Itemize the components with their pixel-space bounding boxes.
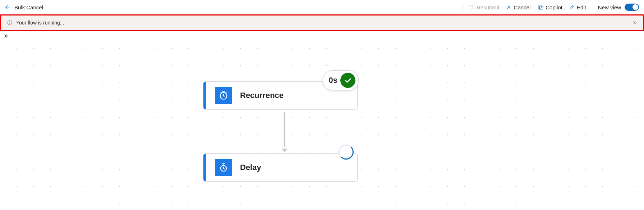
notification-bar: Your flow is running...	[1, 15, 643, 30]
copilot-button[interactable]: Copilot	[536, 3, 563, 12]
flow-canvas[interactable]: 0s Recurrence	[0, 31, 644, 210]
status-loading-icon	[339, 144, 354, 160]
node-duration: 0s	[329, 76, 337, 85]
arrow-down-icon	[280, 145, 289, 153]
refresh-icon	[469, 4, 474, 10]
flow-node-recurrence[interactable]: 0s Recurrence	[203, 81, 358, 110]
flow-connector	[280, 112, 289, 153]
delay-icon	[215, 159, 232, 176]
node-status-badge: 0s	[323, 70, 359, 90]
back-button[interactable]	[4, 4, 11, 10]
edit-button[interactable]: Edit	[568, 3, 587, 12]
new-view-control: New view	[597, 2, 640, 12]
info-icon	[7, 20, 13, 26]
toolbar-left: Bulk Cancel	[4, 4, 43, 10]
node-status-badge	[339, 144, 354, 160]
divider	[463, 4, 463, 11]
copilot-label: Copilot	[546, 4, 562, 10]
close-icon	[506, 4, 512, 10]
node-title: Recurrence	[240, 91, 284, 100]
recurrence-icon	[215, 87, 232, 104]
copilot-icon	[537, 4, 543, 10]
arrow-left-icon	[4, 4, 11, 10]
node-title: Delay	[240, 163, 261, 172]
pencil-icon	[569, 4, 575, 10]
notification-highlight: Your flow is running...	[0, 14, 644, 31]
close-icon	[632, 20, 637, 25]
cancel-label: Cancel	[514, 4, 531, 10]
new-view-toggle[interactable]	[625, 4, 639, 11]
resubmit-label: Resubmit	[477, 4, 499, 10]
edit-label: Edit	[577, 4, 586, 10]
notification-close-button[interactable]	[631, 19, 639, 27]
divider	[592, 4, 592, 11]
flow-node-delay[interactable]: Delay	[203, 153, 358, 182]
resubmit-button: Resubmit	[468, 3, 500, 12]
toolbar-right: Resubmit Cancel Copilot Edit New view	[463, 2, 640, 12]
notification-message: Your flow is running...	[16, 20, 631, 26]
toolbar: Bulk Cancel Resubmit Cancel Copilot Edit…	[0, 0, 644, 14]
status-success-icon	[340, 73, 355, 88]
flow-graph: 0s Recurrence	[0, 31, 644, 210]
cancel-button[interactable]: Cancel	[505, 3, 532, 12]
new-view-label: New view	[598, 4, 621, 10]
page-title: Bulk Cancel	[14, 4, 43, 10]
